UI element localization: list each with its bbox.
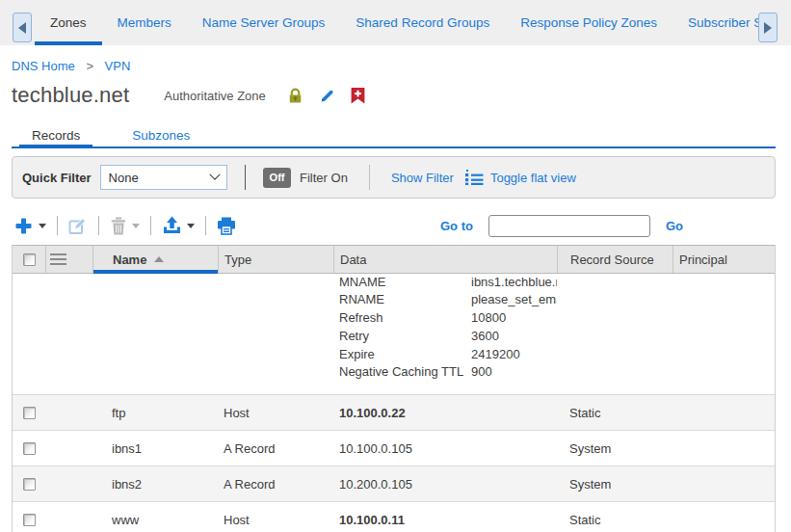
quick-filter-label: Quick Filter [22,171,92,185]
header-drag-cell [45,246,92,273]
quick-filter-value: None [109,171,211,185]
column-label: Record Source [570,253,654,267]
go-button[interactable]: Go [666,219,683,233]
column-header-record-source[interactable]: Record Source [557,246,672,273]
select-all-checkbox[interactable] [23,253,36,266]
soa-field-label: Negative Caching TTL [339,363,471,382]
soa-field-label: Expire [339,346,471,364]
records-table: Name Type Data Record Source Principal M… [12,245,776,532]
breadcrumb-link-dns-home[interactable]: DNS Home [12,59,75,73]
row-checkbox[interactable] [23,442,36,455]
soa-field-value: 2419200 [471,346,557,364]
table-row[interactable]: ibns2 A Record 10.200.0.105 System [13,466,775,501]
cell-record-source: System [557,477,672,492]
tab-label: Name Server Groups [202,15,326,30]
quick-filter-select[interactable]: None [100,165,227,190]
tab-label: Zones [50,15,87,30]
show-filter-link[interactable]: Show Filter [391,171,454,185]
row-checkbox[interactable] [23,514,36,526]
edit-icon[interactable] [319,88,335,104]
filter-on-label: Filter On [300,171,348,185]
table-row[interactable]: www Host 10.100.0.11 Static [13,501,775,532]
toggle-flat-view[interactable]: Toggle flat view [465,170,576,185]
arrow-left-icon [18,22,26,34]
divider [205,216,206,235]
goto-group: Go to Go [440,215,683,237]
tab-label: Members [118,15,171,30]
row-select-cell [13,514,45,526]
table-row[interactable]: ibns1 A Record 10.100.0.105 System [13,430,775,466]
tab-zones[interactable]: Zones [35,0,102,45]
cell-data: 10.100.0.11 [333,513,557,527]
quick-filter-bar: Quick Filter None Off Filter On Show Fil… [12,156,776,199]
add-record-button[interactable] [12,214,48,238]
soa-field: Retry 3600 [339,328,557,346]
flat-view-icon [465,170,484,185]
zone-icons [287,88,365,104]
soa-field-value: 3600 [471,328,557,346]
row-select-cell [13,478,45,491]
tab-members[interactable]: Members [102,0,187,45]
page-title: techblue.net [12,83,129,108]
soa-field: Refresh 10800 [339,309,557,328]
column-header-data[interactable]: Data [333,246,557,273]
zone-header: techblue.net Authoritative Zone [12,83,776,108]
plus-icon [13,216,34,236]
divider [369,165,370,190]
soa-field-label: MNAME [339,274,471,291]
column-label: Type [224,253,251,267]
tab-subscriber-services[interactable]: Subscriber Services [672,0,758,45]
print-button[interactable] [215,215,238,237]
table-header-row: Name Type Data Record Source Principal [13,245,775,274]
column-header-name[interactable]: Name [92,246,218,273]
filter-on-toggle[interactable]: Off [263,168,291,188]
caret-down-icon [187,224,195,228]
tab-label: Subzones [132,128,190,143]
column-label: Principal [679,253,727,267]
divider [245,165,247,190]
bookmark-add-icon[interactable] [351,88,365,104]
soa-field: Negative Caching TTL 900 [339,363,557,382]
soa-field: MNAME ibns1.techblue.net [339,274,557,291]
row-select-cell [13,442,45,455]
tab-label: Records [32,128,80,143]
cell-data: 10.100.0.105 [333,441,557,456]
cell-type: A Record [218,477,333,492]
row-checkbox[interactable] [23,407,36,419]
tab-subzones[interactable]: Subzones [119,121,202,148]
soa-field-value: ibns1.techblue.net [471,274,557,291]
tab-shared-record-groups[interactable]: Shared Record Groups [340,0,505,45]
caret-down-icon [132,224,140,228]
trash-disabled-icon [110,217,127,235]
breadcrumb-link-vpn[interactable]: VPN [105,59,131,73]
tab-name-server-groups[interactable]: Name Server Groups [187,0,341,45]
view-tabs: Records Subzones [12,121,776,148]
tab-response-policy-zones[interactable]: Response Policy Zones [505,0,672,45]
top-tabs: Zones Members Name Server Groups Shared … [35,0,758,45]
delete-record-button [108,215,142,237]
goto-label: Go to [440,219,473,233]
tab-label: Shared Record Groups [356,15,489,30]
edit-disabled-icon [68,216,88,235]
toggle-flat-view-link: Toggle flat view [490,171,576,185]
row-checkbox[interactable] [23,478,36,491]
column-header-type[interactable]: Type [218,246,333,273]
export-button[interactable] [160,214,197,237]
cell-name: ibns2 [92,477,218,492]
print-icon [217,217,236,235]
edit-record-button [66,214,90,237]
column-label: Name [113,253,146,267]
soa-record-row[interactable]: MNAME ibns1.techblue.net RNAME please_se… [13,274,775,394]
arrow-right-icon [764,22,772,34]
cell-type: Host [218,406,333,420]
tab-label: Response Policy Zones [520,15,657,30]
goto-input[interactable] [488,215,650,237]
tabs-scroll-left-button[interactable] [13,13,32,42]
tabs-scroll-right-button[interactable] [758,13,778,42]
column-header-principal[interactable]: Principal [672,246,775,273]
toolbar-buttons [12,214,238,238]
table-row[interactable]: ftp Host 10.100.0.22 Static [13,394,775,430]
divider [98,216,99,235]
tab-records[interactable]: Records [19,121,92,148]
cell-record-source: Static [557,513,672,527]
